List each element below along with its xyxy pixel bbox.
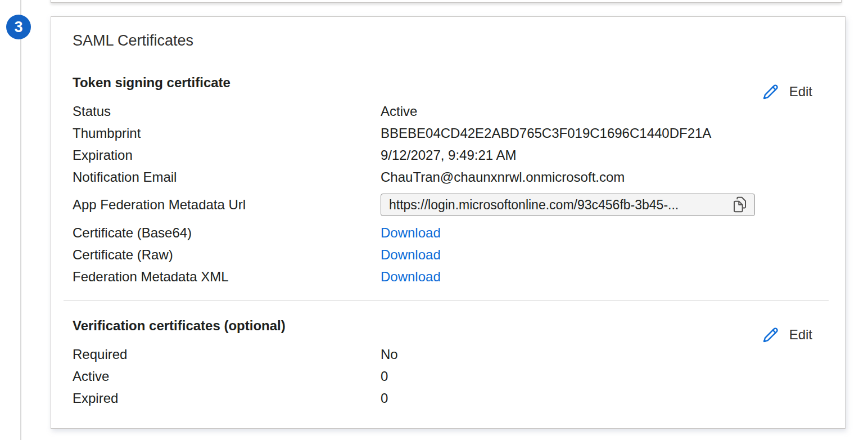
notification-email-label: Notification Email	[73, 169, 381, 185]
card-title: SAML Certificates	[73, 32, 824, 50]
app-federation-metadata-url-field[interactable]: https://login.microsoftonline.com/93c456…	[381, 194, 755, 216]
app-federation-metadata-url-row: App Federation Metadata Url https://logi…	[73, 188, 824, 222]
certificate-raw-label: Certificate (Raw)	[73, 247, 381, 263]
edit-token-signing-button[interactable]: Edit	[761, 82, 812, 101]
edit-pencil-icon	[761, 82, 780, 101]
expiration-label: Expiration	[73, 147, 381, 163]
thumbprint-row: Thumbprint BBEBE04CD42E2ABD765C3F019C169…	[73, 122, 824, 144]
edit-button-label: Edit	[789, 327, 812, 343]
status-value: Active	[381, 104, 417, 119]
thumbprint-label: Thumbprint	[73, 125, 381, 141]
verification-certificates-section: Verification certificates (optional) Edi…	[73, 317, 824, 409]
required-value: No	[381, 347, 398, 362]
download-federation-metadata-xml-link[interactable]: Download	[381, 269, 441, 285]
edit-pencil-icon	[761, 325, 780, 344]
verification-certificates-heading: Verification certificates (optional)	[73, 317, 824, 334]
token-signing-rows: Status Active Thumbprint BBEBE04CD42E2AB…	[73, 100, 824, 288]
download-certificate-base64-link[interactable]: Download	[381, 225, 441, 241]
section-divider	[64, 300, 829, 300]
copy-url-button[interactable]	[730, 194, 750, 216]
verification-rows: Required No Active 0 Expired 0	[73, 343, 824, 409]
status-label: Status	[73, 104, 381, 119]
required-row: Required No	[73, 343, 824, 365]
expired-row: Expired 0	[73, 387, 824, 409]
active-row: Active 0	[73, 365, 824, 387]
edit-verification-certificates-button[interactable]: Edit	[761, 325, 812, 344]
notification-email-row: Notification Email ChauTran@chaunxnrwl.o…	[73, 166, 824, 188]
saml-certificates-card: SAML Certificates Token signing certific…	[51, 16, 846, 429]
required-label: Required	[73, 347, 381, 362]
certificate-base64-label: Certificate (Base64)	[73, 225, 381, 241]
thumbprint-value: BBEBE04CD42E2ABD765C3F019C1696C1440DF21A	[381, 125, 711, 141]
federation-metadata-xml-row: Federation Metadata XML Download	[73, 266, 824, 288]
step-timeline-line	[20, 0, 21, 440]
edit-button-label: Edit	[789, 84, 812, 100]
expiration-row: Expiration 9/12/2027, 9:49:21 AM	[73, 144, 824, 166]
active-value: 0	[381, 369, 388, 384]
certificate-raw-row: Certificate (Raw) Download	[73, 244, 824, 266]
token-signing-certificate-section: Token signing certificate Edit Status Ac…	[73, 74, 824, 288]
app-federation-metadata-url-label: App Federation Metadata Url	[73, 197, 381, 213]
card-content: SAML Certificates Token signing certific…	[51, 17, 845, 409]
previous-section-card-edge	[51, 0, 842, 3]
expiration-value: 9/12/2027, 9:49:21 AM	[381, 147, 517, 163]
metadata-url-text: https://login.microsoftonline.com/93c456…	[389, 197, 679, 213]
certificate-base64-row: Certificate (Base64) Download	[73, 222, 824, 244]
notification-email-value: ChauTran@chaunxnrwl.onmicrosoft.com	[381, 169, 625, 185]
expired-label: Expired	[73, 390, 381, 406]
federation-metadata-xml-label: Federation Metadata XML	[73, 269, 381, 285]
step-3-badge: 3	[6, 15, 31, 39]
status-row: Status Active	[73, 100, 824, 122]
token-signing-heading: Token signing certificate	[73, 74, 824, 91]
expired-value: 0	[381, 390, 388, 406]
copy-icon	[731, 195, 749, 215]
active-label: Active	[73, 369, 381, 384]
download-certificate-raw-link[interactable]: Download	[381, 247, 441, 263]
